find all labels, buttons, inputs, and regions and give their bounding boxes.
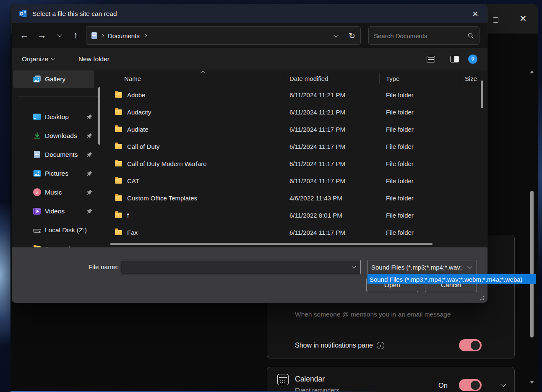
sidebar-item-pictures[interactable]: Pictures	[13, 164, 94, 183]
chevron-down-icon[interactable]	[500, 382, 506, 387]
info-icon[interactable]: i	[377, 342, 384, 349]
file-type-option-highlighted[interactable]: Sound Files (*.mp3;*.mp4;*.wav;*.webm;*.…	[367, 274, 536, 284]
list-scrollbar-thumb[interactable]	[481, 80, 483, 108]
file-row-fax[interactable]: Fax 6/11/2024 11:17 PM File folder	[106, 224, 487, 241]
resize-grip[interactable]	[480, 296, 481, 297]
pin-icon[interactable]	[86, 189, 93, 196]
search-box[interactable]	[368, 26, 479, 45]
app-scrollbar[interactable]	[530, 4, 534, 392]
scroll-up-icon[interactable]	[530, 70, 534, 73]
forward-button[interactable]: →	[34, 27, 50, 43]
pin-icon[interactable]	[86, 151, 93, 158]
pin-icon[interactable]	[86, 170, 93, 177]
calendar-settings-card: Calendar Event reminders On	[267, 367, 515, 392]
file-row-audacity[interactable]: Audacity 6/11/2024 11:21 PM File folder	[106, 104, 487, 121]
calendar-state-label: On	[438, 379, 448, 392]
chevron-down-icon[interactable]	[352, 265, 356, 269]
outlook-icon	[18, 9, 27, 18]
sidebar-item-label: Gallery	[45, 75, 65, 83]
file-row-call-of-duty[interactable]: Call of Duty 6/11/2024 11:17 PM File fol…	[106, 138, 487, 155]
taskbar-edge	[10, 391, 384, 392]
column-header-date-modified[interactable]: Date modified	[285, 73, 380, 84]
dialog-toolbar: Organize New folder ?	[12, 48, 487, 70]
sidebar-scrollbar-thumb[interactable]	[98, 87, 100, 145]
breadcrumb-chevron-icon[interactable]	[101, 34, 104, 37]
sidebar-item-local-disk-z[interactable]: Local Disk (Z:)	[13, 221, 94, 239]
folder-icon	[115, 127, 122, 132]
dialog-titlebar: Select a file this site can read ×	[12, 4, 487, 23]
calendar-icon	[277, 374, 289, 385]
file-row-custom-office-templates[interactable]: Custom Office Templates 4/6/2022 11:43 P…	[106, 190, 487, 207]
breadcrumb-chevron-icon[interactable]	[143, 34, 147, 37]
up-button[interactable]: ↑	[68, 27, 83, 43]
desktop-icon	[33, 113, 41, 121]
horizontal-scrollbar-thumb[interactable]	[110, 243, 433, 245]
folder-icon	[115, 230, 122, 235]
recent-locations-button[interactable]	[52, 27, 67, 43]
maximize-button[interactable]	[489, 14, 502, 25]
dialog-title: Select a file this site can read	[32, 10, 117, 18]
gallery-icon	[33, 75, 41, 83]
desktop: { "app": { "settings": { "mentions_title…	[0, 0, 542, 392]
pin-icon[interactable]	[86, 208, 93, 215]
folder-icon	[115, 144, 122, 149]
pin-icon[interactable]	[86, 132, 93, 139]
sidebar-item-downloads[interactable]: Downloads	[13, 126, 94, 145]
folder-icon	[115, 161, 122, 166]
file-rows: Adobe 6/11/2024 11:21 PM File folder Aud…	[106, 86, 487, 241]
column-header-name[interactable]: Name	[106, 73, 285, 84]
breadcrumb-documents[interactable]: Documents	[108, 32, 140, 39]
dialog-close-button[interactable]: ×	[469, 8, 482, 20]
file-row-adobe[interactable]: Adobe 6/11/2024 11:21 PM File folder	[106, 86, 487, 104]
folder-icon	[115, 195, 122, 201]
chevron-down-icon	[51, 57, 55, 60]
sidebar-item-videos[interactable]: Videos	[13, 202, 94, 221]
folder-icon	[115, 109, 122, 115]
folder-icon	[115, 178, 122, 184]
chevron-down-icon	[57, 32, 62, 37]
address-bar[interactable]: Documents ↻	[86, 26, 361, 45]
column-header-type[interactable]: Type	[380, 73, 460, 84]
new-folder-button[interactable]: New folder	[78, 55, 109, 63]
back-button[interactable]: ←	[17, 27, 32, 43]
notifications-pane-toggle[interactable]	[459, 339, 482, 351]
file-type-select[interactable]: Sound Files (*.mp3;*.mp4;*.wav;	[367, 260, 477, 274]
close-icon: ×	[520, 13, 526, 24]
folder-icon	[115, 213, 122, 218]
view-mode-button[interactable]	[427, 56, 441, 62]
close-icon: ×	[472, 9, 478, 19]
search-icon[interactable]	[467, 32, 474, 39]
details-view-icon	[427, 56, 435, 62]
file-type-value: Sound Files (*.mp3;*.mp4;*.wav;	[368, 264, 468, 271]
app-close-button[interactable]: ×	[517, 12, 529, 25]
file-name-input[interactable]	[121, 260, 352, 274]
file-name-combobox[interactable]	[121, 260, 361, 274]
app-scrollbar-thumb[interactable]	[530, 191, 534, 337]
calendar-toggle[interactable]	[459, 379, 482, 391]
sidebar-divider	[17, 96, 98, 96]
videos-icon	[33, 207, 41, 215]
help-button[interactable]: ?	[468, 55, 477, 64]
sidebar-item-gallery[interactable]: Gallery	[13, 70, 94, 88]
sidebar-item-desktop[interactable]: Desktop	[13, 107, 94, 126]
drive-icon	[33, 226, 41, 234]
organize-button[interactable]: Organize	[22, 55, 54, 63]
maximize-icon	[493, 17, 498, 23]
sidebar-item-music[interactable]: ♪ Music	[13, 183, 94, 202]
column-header-size[interactable]: Size	[460, 73, 487, 84]
preview-pane-button[interactable]	[450, 56, 459, 62]
sidebar-item-documents[interactable]: Documents	[13, 145, 94, 164]
file-row-call-of-duty-modern-warfare[interactable]: Call of Duty Modern Warfare 6/11/2024 11…	[106, 155, 487, 172]
file-row-audiate[interactable]: Audiate 6/11/2024 11:17 PM File folder	[106, 121, 487, 138]
file-list: Name Date modified Type Size Adobe 6/11/…	[106, 70, 487, 247]
dialog-main: Gallery Desktop Downloads Documents	[12, 70, 487, 247]
address-dropdown-icon[interactable]	[334, 33, 338, 37]
scroll-down-icon[interactable]	[530, 381, 534, 384]
sidebar-item-screenshots[interactable]: Screenshots	[13, 239, 94, 247]
refresh-icon[interactable]: ↻	[349, 31, 355, 41]
file-row-f[interactable]: f 6/11/2022 8:01 PM File folder	[106, 207, 487, 224]
file-row-cat[interactable]: CAT 6/11/2024 11:17 PM File folder	[106, 172, 487, 190]
folder-icon	[115, 92, 122, 98]
pin-icon[interactable]	[86, 114, 93, 120]
search-input[interactable]	[374, 32, 467, 39]
